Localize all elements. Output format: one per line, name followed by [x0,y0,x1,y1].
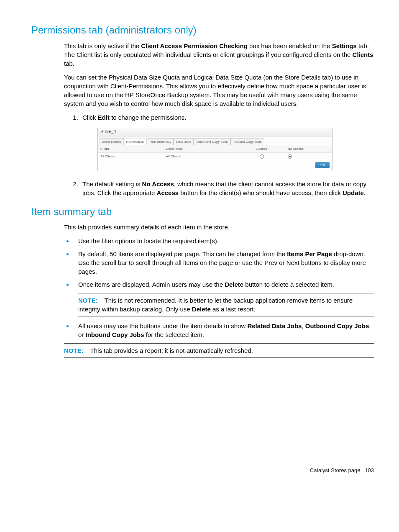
tab[interactable]: Item Summary [147,138,174,145]
list-item: By default, 50 items are displayed per p… [73,249,374,276]
tab[interactable]: Permissions [124,139,147,145]
tab[interactable]: Inbound Copy Jobs [230,138,264,145]
list-item: Once items are displayed, Admin users ma… [73,280,374,316]
paragraph: You can set the Physical Data Size Quota… [64,73,374,108]
step-item: The default setting is No Access, which … [80,180,374,197]
tab[interactable]: Outbound Copy Jobs [194,138,230,145]
paragraph: This tab is only active if the Client Ac… [64,41,374,68]
radio-access[interactable] [260,154,264,159]
tab[interactable]: Store Details [100,138,124,145]
heading-permissions: Permissions tab (administrators only) [31,23,374,37]
list-item: Use the filter options to locate the req… [73,236,374,245]
page-footer: Catalyst Stores page 103 [31,467,374,474]
paragraph: This tab provides summary details of eac… [64,223,374,231]
panel-tabs: Store Details Permissions Item Summary D… [98,136,332,145]
note: NOTE: This tab provides a report; it is … [64,343,374,358]
step-item: Click Edit to change the permissions. St… [80,113,374,171]
edit-button[interactable]: Edit [315,162,330,168]
tab[interactable]: Data Jobs [174,138,194,145]
heading-item-summary: Item summary tab [31,205,374,219]
screenshot-panel: Store_1 Store Details Permissions Item S… [97,127,332,171]
permissions-table: Client Description Access No Access All … [98,145,332,160]
list-item: All users may use the buttons under the … [73,321,374,339]
panel-title: Store_1 [98,127,332,136]
radio-no-access[interactable] [288,154,292,159]
note: NOTE: This is not recommended. It is bet… [78,293,374,316]
